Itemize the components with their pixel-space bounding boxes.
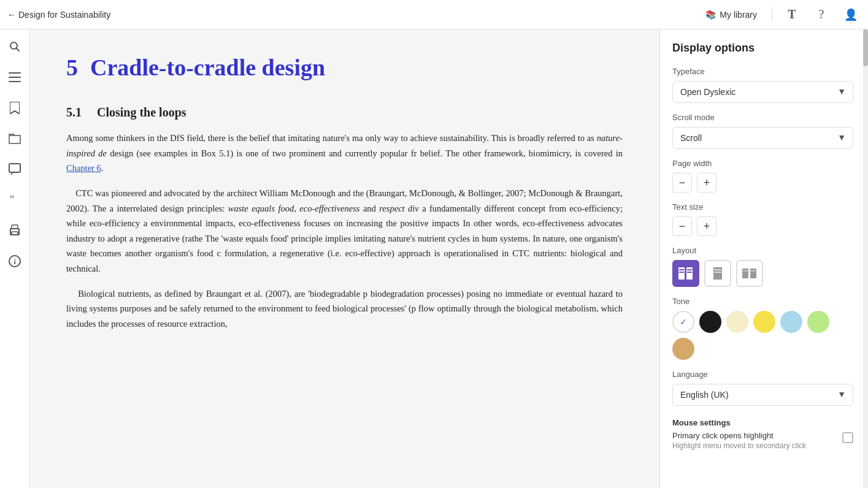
italic-text-1: nature-inspired de <box>66 133 623 158</box>
text-size-minus-button[interactable]: − <box>672 216 692 236</box>
profile-icon: 👤 <box>844 8 858 21</box>
svg-rect-17 <box>687 272 692 273</box>
layout-options <box>672 260 853 287</box>
layout-single-button[interactable] <box>704 260 731 287</box>
mouse-primary-sub: Highlight menu moved to secondary click <box>672 441 836 450</box>
body-text-1: Among some thinkers in the DfS field, th… <box>66 131 623 176</box>
divider <box>772 7 772 22</box>
svg-text:": " <box>10 194 14 206</box>
mouse-settings-row: Primary click opens highlight Highlight … <box>672 431 853 450</box>
svg-rect-2 <box>9 72 21 74</box>
svg-rect-14 <box>679 269 684 270</box>
help-button[interactable]: ? <box>812 5 831 25</box>
section-title: Closing the loops <box>97 105 186 119</box>
tone-cream-swatch[interactable] <box>726 311 748 333</box>
italic-respect: respect div <box>379 204 418 213</box>
scrollbar-thumb[interactable] <box>863 29 868 66</box>
svg-rect-16 <box>687 269 692 270</box>
left-sidebar: " i <box>0 29 29 488</box>
top-bar: ← Design for Sustainability 📚 My library… <box>0 0 868 29</box>
language-dropdown-wrapper: English (UK) English (US) French Spanish… <box>672 384 853 406</box>
scroll-mode-dropdown-wrapper: Scroll Page ▼ <box>672 127 853 149</box>
svg-rect-15 <box>679 272 684 273</box>
svg-rect-20 <box>714 272 721 273</box>
italic-waste: waste equals food <box>228 204 294 213</box>
tone-swatches: ✓ <box>672 311 853 360</box>
content-area: 5 Cradle-to-cradle design 5.1 Closing th… <box>29 29 659 488</box>
svg-rect-24 <box>751 270 756 272</box>
tone-green-swatch[interactable] <box>807 311 829 333</box>
typeface-label: Typeface <box>672 67 853 76</box>
mouse-settings-section: Mouse settings Primary click opens highl… <box>672 418 853 450</box>
layout-label: Layout <box>672 246 853 255</box>
sidebar-info-icon[interactable]: i <box>5 251 25 271</box>
layout-spread-button[interactable] <box>736 260 763 287</box>
tone-tan-swatch[interactable] <box>672 338 694 360</box>
sidebar-bookmark-icon[interactable] <box>5 98 25 118</box>
tone-label: Tone <box>672 297 853 306</box>
sidebar-print-icon[interactable] <box>5 221 25 240</box>
top-bar-left: ← Design for Sustainability <box>7 10 701 20</box>
chapter-title: Cradle-to-cradle design <box>90 54 325 81</box>
page-width-stepper: − + <box>672 173 853 193</box>
includes-word: includes <box>66 319 96 329</box>
chapter-number: 5 <box>66 54 78 81</box>
page-width-minus-button[interactable]: − <box>672 173 692 193</box>
svg-text:i: i <box>13 257 16 266</box>
scroll-mode-select[interactable]: Scroll Page <box>672 127 853 149</box>
back-arrow-icon: ← <box>7 10 16 20</box>
scroll-mode-label: Scroll mode <box>672 113 853 122</box>
mouse-settings-title: Mouse settings <box>672 418 853 427</box>
text-size-plus-button[interactable]: + <box>697 216 716 236</box>
font-settings-button[interactable]: T <box>782 5 802 25</box>
library-icon: 📚 <box>705 10 716 20</box>
layout-double-button[interactable] <box>672 260 699 287</box>
sidebar-search-icon[interactable] <box>5 37 25 56</box>
typeface-dropdown-wrapper: Open Dyslexic Arial Georgia ▼ <box>672 81 853 103</box>
body-text-3: Biological nutrients, as defined by Brau… <box>66 286 623 332</box>
main-layout: " i 5 Cradle-to-cradle design 5.1 Closin… <box>0 29 868 488</box>
tone-check-icon: ✓ <box>680 317 687 327</box>
profile-button[interactable]: 👤 <box>841 5 861 25</box>
sidebar-comment-icon[interactable] <box>5 159 25 179</box>
svg-rect-19 <box>714 269 721 270</box>
my-library-button[interactable]: 📚 My library <box>701 7 762 22</box>
tone-yellow-swatch[interactable] <box>753 311 775 333</box>
sidebar-menu-icon[interactable] <box>5 67 25 87</box>
sidebar-folder-icon[interactable] <box>5 129 25 148</box>
mouse-settings-text: Primary click opens highlight Highlight … <box>672 431 836 450</box>
chapter-heading: 5 Cradle-to-cradle design <box>66 54 623 81</box>
svg-rect-22 <box>750 269 756 278</box>
mouse-primary-label: Primary click opens highlight <box>672 431 836 440</box>
text-size-stepper: − + <box>672 216 853 236</box>
tone-white-swatch[interactable]: ✓ <box>672 311 694 333</box>
book-title: Design for Sustainability <box>18 10 110 20</box>
language-label: Language <box>672 370 853 379</box>
page-width-label: Page width <box>672 159 853 168</box>
language-select[interactable]: English (UK) English (US) French Spanish <box>672 384 853 406</box>
svg-rect-23 <box>743 270 748 272</box>
tone-black-swatch[interactable] <box>699 311 721 333</box>
help-icon: ? <box>819 7 824 21</box>
panel-title: Display options <box>672 42 853 55</box>
mouse-primary-checkbox[interactable] <box>842 432 853 443</box>
back-button[interactable]: ← Design for Sustainability <box>7 10 110 20</box>
italic-eco: eco-effectiveness <box>299 204 359 213</box>
svg-rect-3 <box>9 77 21 78</box>
svg-rect-5 <box>9 164 20 172</box>
panel-content: Display options Typeface Open Dyslexic A… <box>660 29 868 462</box>
text-size-label: Text size <box>672 202 853 212</box>
section-number: 5.1 <box>66 105 82 119</box>
typeface-select[interactable]: Open Dyslexic Arial Georgia <box>672 81 853 103</box>
tone-blue-swatch[interactable] <box>780 311 802 333</box>
font-icon: T <box>788 7 796 21</box>
svg-line-1 <box>16 48 19 51</box>
top-bar-right: 📚 My library T ? 👤 <box>701 5 861 25</box>
svg-rect-21 <box>742 269 748 278</box>
svg-rect-9 <box>12 232 18 235</box>
scrollbar-track <box>863 29 868 488</box>
of-word: of <box>147 319 155 329</box>
sidebar-quote-icon[interactable]: " <box>5 190 25 210</box>
chapter6-link[interactable]: Chapter 6 <box>66 163 101 173</box>
page-width-plus-button[interactable]: + <box>697 173 716 193</box>
